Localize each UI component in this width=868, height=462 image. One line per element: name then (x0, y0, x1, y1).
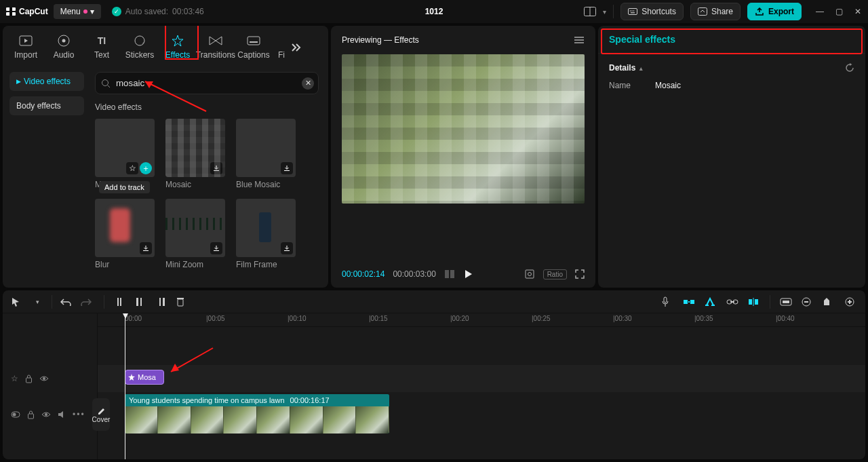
effects-search-input[interactable] (95, 72, 319, 94)
favorite-button[interactable]: ☆ (126, 162, 138, 174)
compare-icon[interactable] (444, 269, 455, 279)
svg-point-14 (62, 39, 66, 43)
shortcuts-button[interactable]: Shortcuts (620, 3, 684, 20)
property-key: Name (609, 81, 643, 90)
ratio-button[interactable]: Ratio (543, 269, 567, 280)
fx-clip-mosaic[interactable]: Mosa (125, 370, 164, 385)
fullscreen-icon[interactable] (575, 269, 585, 279)
tab-import[interactable]: Import (7, 30, 45, 65)
zoom-out-button[interactable] (802, 297, 814, 307)
tab-captions[interactable]: Captions (235, 30, 273, 65)
download-button[interactable] (281, 162, 293, 174)
trim-right-button[interactable] (156, 297, 168, 307)
tabs-scroll-right[interactable] (290, 43, 309, 52)
redo-button[interactable] (81, 298, 93, 306)
chevron-down-icon[interactable]: ▾ (603, 8, 606, 16)
reset-button[interactable] (845, 63, 854, 73)
project-title[interactable]: 1012 (425, 7, 443, 16)
visibility-track-icon[interactable] (41, 411, 51, 418)
ruler-tick: |00:10 (288, 315, 307, 322)
link-toggle-icon[interactable] (726, 299, 738, 305)
sidebar-item-video-effects[interactable]: ▶ Video effects (9, 72, 84, 91)
clip-title: Young students spending time on campus l… (129, 396, 285, 404)
visibility-track-icon[interactable] (39, 375, 49, 382)
property-row-name: Name Mosaic (598, 77, 865, 94)
lock-track-icon[interactable] (25, 374, 33, 383)
effect-item-mosaic[interactable]: ☆ ＋ Mosaic Add to track (95, 119, 155, 189)
tab-stickers[interactable]: Stickers (121, 30, 159, 65)
video-track-controls: ••• Cover (3, 392, 97, 437)
playhead[interactable] (125, 313, 125, 459)
timeline-lanes[interactable]: 00:00 |00:05 |00:10 |00:15 |00:20 |00:25… (98, 313, 865, 459)
svg-rect-32 (120, 298, 121, 306)
clip-duration: 00:00:16:17 (290, 396, 330, 404)
favorite-track-icon[interactable]: ☆ (11, 374, 18, 383)
svg-point-7 (631, 10, 633, 12)
zoom-slider-thumb-icon[interactable] (823, 297, 835, 307)
ruler-tick: |00:20 (450, 315, 469, 322)
delete-button[interactable] (176, 297, 189, 307)
caret-up-icon: ▴ (639, 65, 643, 72)
preview-cut-icon[interactable] (748, 297, 760, 307)
effect-thumbnail (165, 199, 225, 257)
download-button[interactable] (140, 242, 152, 254)
timeline-ruler[interactable]: 00:00 |00:05 |00:10 |00:15 |00:20 |00:25… (98, 313, 865, 327)
sidebar-item-body-effects[interactable]: Body effects (9, 96, 84, 115)
trim-left-button[interactable] (136, 297, 148, 307)
magnet-toggle-icon[interactable] (683, 298, 695, 306)
tool-dropdown-icon[interactable]: ▾ (31, 299, 43, 305)
video-track-lane[interactable]: Young students spending time on campus l… (98, 392, 865, 437)
tab-filters[interactable]: Fi (273, 30, 290, 65)
more-track-icon[interactable]: ••• (73, 410, 85, 419)
maximize-button[interactable]: ▢ (834, 7, 844, 16)
effect-item-mosaic-2[interactable]: Mosaic (165, 119, 225, 189)
download-button[interactable] (281, 242, 293, 254)
svg-point-15 (135, 36, 144, 45)
tab-text[interactable]: TI Text (83, 30, 121, 65)
mic-button[interactable] (661, 296, 673, 307)
play-button[interactable] (463, 269, 473, 279)
auto-snap-icon[interactable] (705, 297, 717, 307)
export-icon (755, 7, 764, 16)
video-clip[interactable]: Young students spending time on campus l… (125, 394, 389, 434)
sidebar-item-label: Body effects (16, 101, 61, 111)
tab-label: Stickers (125, 50, 155, 60)
check-icon: ✓ (112, 7, 121, 16)
tab-transitions[interactable]: Transitions (197, 30, 235, 65)
preview-menu-button[interactable] (574, 36, 585, 44)
undo-button[interactable] (60, 298, 73, 306)
lock-track-icon[interactable] (27, 410, 35, 419)
preview-canvas[interactable] (342, 54, 585, 204)
toggle-track-icon[interactable] (11, 411, 20, 418)
tab-effects[interactable]: Effects (159, 30, 197, 65)
export-button[interactable]: Export (747, 3, 802, 20)
svg-rect-39 (664, 297, 667, 303)
clear-search-button[interactable]: ✕ (302, 77, 314, 90)
download-button[interactable] (210, 242, 222, 254)
tab-audio[interactable]: Audio (45, 30, 83, 65)
add-to-track-button[interactable]: ＋ (140, 162, 152, 174)
svg-rect-38 (177, 298, 184, 299)
effect-item-mini-zoom[interactable]: Mini Zoom (165, 199, 225, 269)
zoom-to-fit-icon[interactable] (780, 298, 792, 306)
effect-item-blue-mosaic[interactable]: Blue Mosaic (236, 119, 296, 189)
minimize-button[interactable]: — (815, 7, 825, 16)
separator (52, 295, 52, 309)
effect-item-blur[interactable]: Blur (95, 199, 155, 269)
fx-track-lane[interactable]: Mosa (98, 365, 865, 392)
layout-icon[interactable] (584, 7, 596, 16)
svg-rect-2 (9, 7, 12, 16)
expand-preview-icon[interactable] (524, 269, 535, 280)
preview-panel: Previewing — Effects 00:00:02:14 00:00:0… (331, 26, 595, 288)
download-button[interactable] (210, 162, 222, 174)
separator (104, 295, 104, 309)
share-button[interactable]: Share (690, 3, 741, 20)
menu-button[interactable]: Menu ▾ (54, 4, 101, 19)
close-button[interactable]: ✕ (853, 7, 863, 16)
details-label[interactable]: Details ▴ (609, 63, 643, 73)
split-button[interactable] (115, 297, 127, 307)
mute-track-icon[interactable] (58, 410, 66, 419)
zoom-in-button[interactable] (845, 297, 857, 307)
effect-item-film-frame[interactable]: Film Frame (236, 199, 296, 269)
cursor-tool-icon[interactable] (11, 297, 23, 307)
